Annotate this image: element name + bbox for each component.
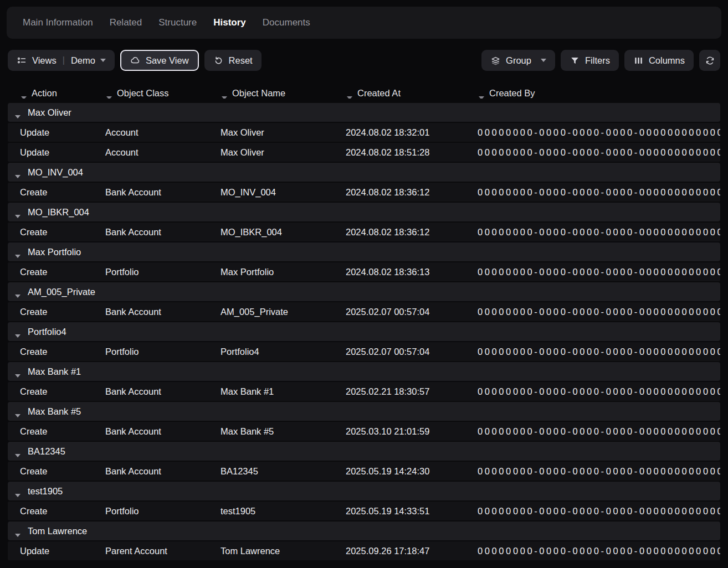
group-header-row[interactable]: test1905 <box>8 482 720 500</box>
cell-object-class: Account <box>93 147 208 158</box>
cell-object-class: Portfolio <box>93 347 208 357</box>
group-header-row[interactable]: Max Portfolio <box>8 242 720 261</box>
group-name: BA12345 <box>28 446 65 457</box>
cell-object-class: Bank Account <box>93 227 208 237</box>
cell-object-class: Account <box>93 127 208 138</box>
views-icon <box>17 55 27 66</box>
table-row[interactable]: CreateBank AccountBA123452025.05.19 14:2… <box>8 462 720 481</box>
cell-action: Create <box>8 307 93 317</box>
table-row[interactable]: CreatePortfolioPortfolio42025.02.07 00:5… <box>8 342 720 361</box>
table-row[interactable]: CreateBank AccountMO_IBKR_0042024.08.02 … <box>8 223 720 241</box>
cell-created-at: 2025.02.07 00:57:04 <box>334 307 465 317</box>
refresh-icon <box>705 55 715 66</box>
group-name: AM_005_Private <box>28 287 95 297</box>
save-view-button[interactable]: Save View <box>120 50 199 71</box>
group-header-row[interactable]: MO_IBKR_004 <box>8 203 720 221</box>
group-name: MO_INV_004 <box>28 167 83 178</box>
cell-created-at: 2025.05.19 14:33:51 <box>334 506 465 517</box>
table-row[interactable]: CreatePortfoliotest19052025.05.19 14:33:… <box>8 502 720 520</box>
cloud-icon <box>130 55 141 66</box>
cell-object-name: Portfolio4 <box>208 347 334 357</box>
group-collapse-icon[interactable] <box>15 210 20 214</box>
group-header-row[interactable]: BA12345 <box>8 442 720 461</box>
cell-created-at: 2024.08.02 18:32:01 <box>334 127 465 138</box>
column-label: Object Class <box>117 88 169 99</box>
cell-action: Create <box>8 227 93 237</box>
group-collapse-icon[interactable] <box>15 250 20 254</box>
column-header-object-class[interactable]: Object Class <box>93 88 208 99</box>
group-header-row[interactable]: MO_INV_004 <box>8 163 720 182</box>
column-menu-icon[interactable] <box>21 91 27 95</box>
cell-action: Create <box>8 347 93 357</box>
tab-related[interactable]: Related <box>101 13 151 33</box>
group-header-row[interactable]: Max Bank #5 <box>8 402 720 421</box>
cell-action: Update <box>8 546 93 556</box>
views-dropdown[interactable]: Views | Demo <box>8 50 115 71</box>
cell-object-name: MO_INV_004 <box>208 187 334 198</box>
column-menu-icon[interactable] <box>222 91 227 95</box>
group-header-row[interactable]: AM_005_Private <box>8 282 720 301</box>
cell-object-class: Portfolio <box>93 267 208 277</box>
tab-documents[interactable]: Documents <box>254 13 319 33</box>
group-collapse-icon[interactable] <box>15 330 20 333</box>
group-header-row[interactable]: Max Bank #1 <box>8 362 720 381</box>
toolbar: Views | Demo Save View Reset <box>8 50 720 71</box>
cell-created-by: 00000000-0000-0000-0000-000000000000 <box>465 466 720 477</box>
column-header-object-name[interactable]: Object Name <box>208 88 334 99</box>
group-collapse-icon[interactable] <box>15 290 20 293</box>
column-header-created-at[interactable]: Created At <box>334 88 465 99</box>
cell-created-by: 00000000-0000-0000-0000-000000000000 <box>465 127 720 138</box>
group-dropdown[interactable]: Group <box>481 50 555 71</box>
table-row[interactable]: UpdateParent AccountTom Lawrence2025.09.… <box>8 541 720 560</box>
column-header-action[interactable]: Action <box>8 88 93 99</box>
cell-created-at: 2024.08.02 18:36:13 <box>334 267 465 277</box>
group-collapse-icon[interactable] <box>15 489 20 493</box>
group-collapse-icon[interactable] <box>15 111 20 114</box>
cell-action: Create <box>8 267 93 277</box>
table-row[interactable]: CreateBank AccountMO_INV_0042024.08.02 1… <box>8 183 720 202</box>
cell-created-by: 00000000-0000-0000-0000-000000000000 <box>465 347 720 357</box>
chevron-down-icon <box>100 59 106 62</box>
filters-button[interactable]: Filters <box>561 50 619 71</box>
tab-structure[interactable]: Structure <box>150 13 205 33</box>
columns-button[interactable]: Columns <box>624 50 694 71</box>
group-header-row[interactable]: Max Oliver <box>8 103 720 122</box>
cell-object-class: Parent Account <box>93 546 208 556</box>
table-row[interactable]: UpdateAccountMax Oliver2024.08.02 18:51:… <box>8 143 720 162</box>
group-collapse-icon[interactable] <box>15 529 20 533</box>
cell-object-name: Max Oliver <box>208 147 334 158</box>
tab-history[interactable]: History <box>205 13 254 33</box>
group-header-row[interactable]: Portfolio4 <box>8 322 720 341</box>
group-collapse-icon[interactable] <box>15 410 20 413</box>
table-row[interactable]: UpdateAccountMax Oliver2024.08.02 18:32:… <box>8 123 720 142</box>
reset-label: Reset <box>229 55 253 66</box>
table-row[interactable]: CreateBank AccountAM_005_Private2025.02.… <box>8 302 720 321</box>
cell-action: Update <box>8 127 93 138</box>
tab-main-information[interactable]: Main Information <box>14 13 101 33</box>
table-row[interactable]: CreatePortfolioMax Portfolio2024.08.02 1… <box>8 262 720 281</box>
group-name: Max Portfolio <box>28 247 81 257</box>
cell-created-by: 00000000-0000-0000-0000-000000000000 <box>465 426 720 437</box>
group-collapse-icon[interactable] <box>15 171 20 174</box>
group-collapse-icon[interactable] <box>15 450 20 453</box>
columns-icon <box>633 55 644 66</box>
table-row[interactable]: CreateBank AccountMax Bank #12025.02.21 … <box>8 382 720 401</box>
cell-object-name: Tom Lawrence <box>208 546 334 556</box>
table-row[interactable]: CreateBank AccountMax Bank #52025.03.10 … <box>8 422 720 441</box>
cell-created-by: 00000000-0000-0000-0000-000000000000 <box>465 386 720 397</box>
cell-object-class: Bank Account <box>93 386 208 397</box>
table-body: Max OliverUpdateAccountMax Oliver2024.08… <box>8 103 720 560</box>
group-header-row[interactable]: Tom Lawrence <box>8 521 720 540</box>
cell-action: Create <box>8 386 93 397</box>
filters-label: Filters <box>585 55 610 66</box>
group-collapse-icon[interactable] <box>15 370 20 373</box>
column-header-created-by[interactable]: Created By <box>465 88 720 99</box>
table-header: Action Object Class Object Name Created … <box>8 83 720 103</box>
refresh-button[interactable] <box>699 50 720 71</box>
reset-button[interactable]: Reset <box>204 50 262 71</box>
cell-created-at: 2025.02.07 00:57:04 <box>334 347 465 357</box>
column-menu-icon[interactable] <box>347 91 352 95</box>
columns-label: Columns <box>649 55 685 66</box>
column-menu-icon[interactable] <box>479 91 484 95</box>
column-menu-icon[interactable] <box>106 91 112 95</box>
